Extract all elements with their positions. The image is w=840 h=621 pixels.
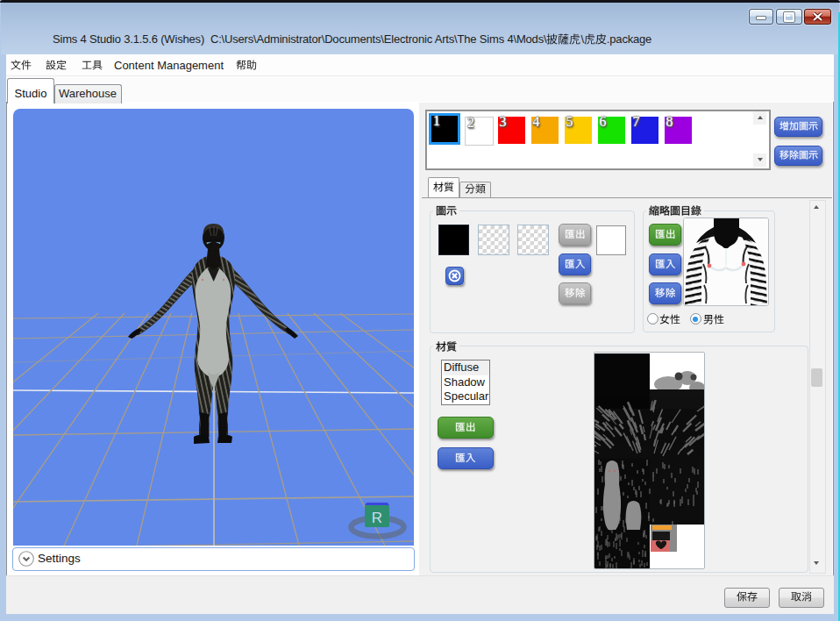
- svg-text:R: R: [372, 510, 382, 526]
